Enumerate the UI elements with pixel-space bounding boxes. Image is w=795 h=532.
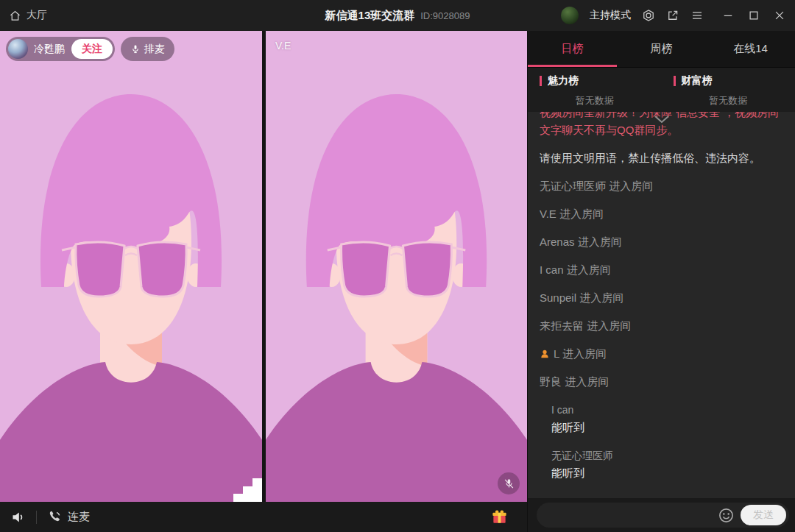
maximize-icon[interactable] [747,9,760,22]
board-accent-bar [674,76,676,86]
collapse-chevron-icon[interactable] [651,113,672,128]
tab-weekly-rank[interactable]: 周榜 [617,31,706,67]
send-button[interactable]: 发送 [741,505,786,525]
chat-message: 请使用文明用语，禁止传播低俗、违法内容。 [540,149,783,167]
tab-daily-rank[interactable]: 日榜 [528,31,617,67]
titlebar-actions: 主持模式 [561,7,786,24]
host-avatar-illustration [0,31,262,502]
leaderboards: 魅力榜 暂无数据 财富榜 暂无数据 [528,68,795,112]
close-icon[interactable] [773,9,786,22]
side-panel: 日榜 周榜 在线14 魅力榜 暂无数据 财富榜 暂无数据 [527,31,795,532]
wealth-board-empty: 暂无数据 [674,94,784,107]
room-title: 新信通13班交流群 [325,9,415,23]
chat-input[interactable]: 发送 [537,503,789,528]
charm-board: 魅力榜 暂无数据 [528,68,662,112]
follow-button[interactable]: 关注 [71,39,113,59]
mic-link-label: 连麦 [68,510,90,524]
user-avatar[interactable] [561,7,579,24]
lobby-label: 大厅 [26,9,47,22]
chat-message: I can 进入房间 [540,261,783,279]
popout-icon[interactable] [666,9,679,22]
wealth-board-title: 财富榜 [682,74,713,88]
chat-message: 无证心理医师 进入房间 [540,177,783,195]
chat-message: V.E 进入房间 [540,205,783,223]
window-controls [721,9,786,22]
home-icon [9,10,21,22]
mic-link-button[interactable]: 连麦 [47,509,90,525]
network-quality-icon [233,478,262,502]
video-tile-guest: V.E [266,31,527,502]
chat-message: Arenas 进入房间 [540,233,783,251]
chat-input-field[interactable] [547,509,718,521]
chat-area: 视频房间全新升级！为保障“信息安全”，视频房间文字聊天不再与QQ群同步。请使用文… [528,112,795,498]
toolbar-divider [36,511,37,524]
room-title-area: 新信通13班交流群 ID:9028089 [325,0,470,31]
mic-muted-icon [498,472,520,494]
chat-message: 无证心理医师能听到 [540,447,783,482]
tab-online-users[interactable]: 在线14 [706,31,795,67]
mic-queue-label: 排麦 [144,43,165,56]
chat-message: 来拒去留 进入房间 [540,317,783,335]
chat-message: Sunpeil 进入房间 [540,289,783,307]
board-accent-bar [540,76,542,86]
guest-avatar-illustration [266,31,527,502]
app-window: 大厅 新信通13班交流群 ID:9028089 主持模式 [0,0,795,532]
emoji-icon[interactable] [718,507,735,524]
minimize-icon[interactable] [721,9,735,22]
stage-toolbar: 连麦 [0,502,527,532]
host-info-pill: 冷甦鹏 关注 [6,37,115,61]
titlebar: 大厅 新信通13班交流群 ID:9028089 主持模式 [0,0,795,31]
wealth-board: 财富榜 暂无数据 [662,68,795,112]
member-badge-icon [540,349,550,359]
phone-icon [47,509,63,525]
chat-message: L 进入房间 [540,345,783,363]
guest-name: V.E [275,40,291,52]
charm-board-title: 魅力榜 [548,74,579,88]
room-id: ID:9028089 [420,10,470,21]
video-stage: 冷甦鹏 关注 排麦 [0,31,527,532]
rank-tabs: 日榜 周榜 在线14 [528,31,795,68]
gift-icon[interactable] [491,508,508,525]
chat-message: I can能听到 [540,401,783,436]
speaker-icon[interactable] [10,509,26,525]
chat-message-list: 视频房间全新升级！为保障“信息安全”，视频房间文字聊天不再与QQ群同步。请使用文… [540,112,783,482]
charm-board-empty: 暂无数据 [540,94,650,107]
microphone-icon [130,44,141,54]
settings-icon[interactable] [642,9,655,22]
host-mode-label: 主持模式 [590,9,631,22]
lobby-button[interactable]: 大厅 [9,9,47,22]
chat-message: 野良 进入房间 [540,373,783,391]
host-name: 冷甦鹏 [34,43,65,56]
mic-queue-button[interactable]: 排麦 [121,37,174,61]
chat-input-row: 发送 [528,498,795,532]
host-avatar [8,39,28,59]
menu-icon[interactable] [690,9,704,22]
video-tile-host: 冷甦鹏 关注 排麦 [0,31,262,502]
